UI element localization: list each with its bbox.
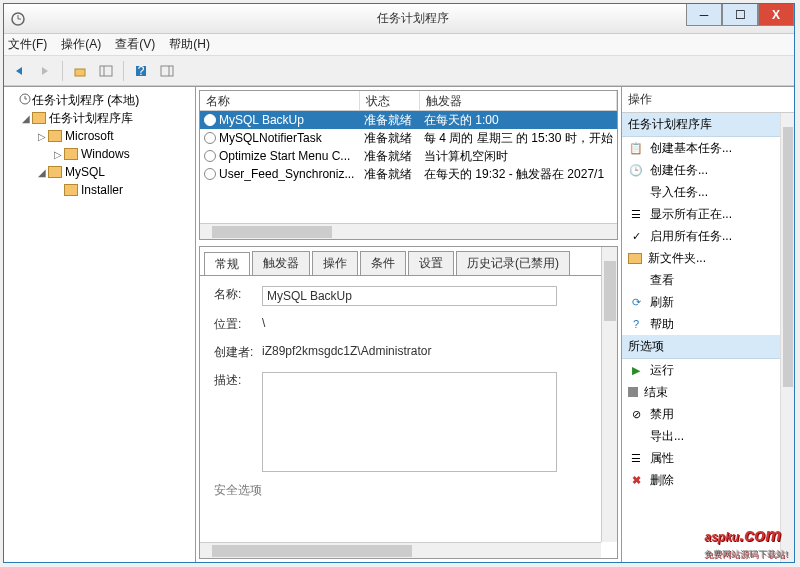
action-enable-all[interactable]: ✓启用所有任务... xyxy=(622,225,794,247)
menu-file[interactable]: 文件(F) xyxy=(8,36,47,53)
col-status[interactable]: 状态 xyxy=(360,91,420,110)
actions-section-selected[interactable]: 所选项 ▲ xyxy=(622,335,794,359)
actions-pane: 操作 任务计划程序库 ▲ 📋创建基本任务... 🕒创建任务... 导入任务...… xyxy=(622,87,794,562)
vertical-scrollbar[interactable] xyxy=(780,113,794,562)
field-desc[interactable] xyxy=(262,372,557,472)
horizontal-scrollbar[interactable] xyxy=(200,223,617,239)
detail-tabs: 常规 触发器 操作 条件 设置 历史记录(已禁用) xyxy=(200,247,617,275)
folder-icon xyxy=(48,166,62,178)
clock-icon xyxy=(204,168,216,180)
svg-rect-4 xyxy=(100,66,112,76)
action-refresh[interactable]: ⟳刷新 xyxy=(622,291,794,313)
col-name[interactable]: 名称 xyxy=(200,91,360,110)
action-properties[interactable]: ☰属性 xyxy=(622,447,794,469)
delete-icon: ✖ xyxy=(628,472,644,488)
task-icon: 📋 xyxy=(628,140,644,156)
menu-help[interactable]: 帮助(H) xyxy=(169,36,210,53)
panel-button[interactable] xyxy=(95,60,117,82)
run-icon: ▶ xyxy=(628,362,644,378)
folder-icon xyxy=(64,184,78,196)
field-name[interactable]: MySQL BackUp xyxy=(262,286,557,306)
action-new-folder[interactable]: 新文件夹... xyxy=(622,247,794,269)
tab-history[interactable]: 历史记录(已禁用) xyxy=(456,251,570,275)
stop-icon xyxy=(628,387,638,397)
import-icon xyxy=(628,184,644,200)
action-create-basic[interactable]: 📋创建基本任务... xyxy=(622,137,794,159)
actions-section-library[interactable]: 任务计划程序库 ▲ xyxy=(622,113,794,137)
svg-rect-8 xyxy=(161,66,173,76)
tab-conditions[interactable]: 条件 xyxy=(360,251,406,275)
action-delete[interactable]: ✖删除 xyxy=(622,469,794,491)
task-row[interactable]: MySQLNotifierTask 准备就绪 每 4 周的 星期三 的 15:3… xyxy=(200,129,617,147)
action-disable[interactable]: ⊘禁用 xyxy=(622,403,794,425)
vertical-scrollbar[interactable] xyxy=(601,247,617,542)
scroll-thumb[interactable] xyxy=(212,226,332,238)
clock-icon xyxy=(204,114,216,126)
tab-actions[interactable]: 操作 xyxy=(312,251,358,275)
tree-label: Installer xyxy=(81,183,123,197)
scroll-thumb[interactable] xyxy=(604,261,616,321)
action-create-task[interactable]: 🕒创建任务... xyxy=(622,159,794,181)
col-trigger[interactable]: 触发器 xyxy=(420,91,617,110)
task-list: 名称 状态 触发器 MySQL BackUp 准备就绪 在每天的 1:00 My… xyxy=(199,90,618,240)
tree-label: Microsoft xyxy=(65,129,114,143)
tab-general[interactable]: 常规 xyxy=(204,252,250,276)
action-show-running[interactable]: ☰显示所有正在... xyxy=(622,203,794,225)
tree-root[interactable]: 任务计划程序 (本地) xyxy=(6,91,193,109)
panel2-button[interactable] xyxy=(156,60,178,82)
task-row[interactable]: Optimize Start Menu C... 准备就绪 当计算机空闲时 xyxy=(200,147,617,165)
label-name: 名称: xyxy=(214,286,262,303)
task-icon: 🕒 xyxy=(628,162,644,178)
help-button[interactable]: ? xyxy=(130,60,152,82)
tree-microsoft[interactable]: ▷ Microsoft xyxy=(6,127,193,145)
tree-windows[interactable]: ▷ Windows xyxy=(6,145,193,163)
expand-icon[interactable]: ▷ xyxy=(36,131,48,142)
folder-icon xyxy=(48,130,62,142)
label-security: 安全选项 xyxy=(214,482,262,499)
folder-icon xyxy=(64,148,78,160)
center-pane: 名称 状态 触发器 MySQL BackUp 准备就绪 在每天的 1:00 My… xyxy=(196,87,622,562)
folder-icon xyxy=(628,253,642,264)
tree-library[interactable]: ◢ 任务计划程序库 xyxy=(6,109,193,127)
tree-installer[interactable]: Installer xyxy=(6,181,193,199)
separator xyxy=(62,61,63,81)
maximize-button[interactable]: ☐ xyxy=(722,4,758,26)
horizontal-scrollbar[interactable] xyxy=(200,542,601,558)
back-button[interactable] xyxy=(8,60,30,82)
app-window: 任务计划程序 ─ ☐ X 文件(F) 操作(A) 查看(V) 帮助(H) ? 任… xyxy=(3,3,795,563)
label-location: 位置: xyxy=(214,316,262,333)
action-import[interactable]: 导入任务... xyxy=(622,181,794,203)
task-row[interactable]: User_Feed_Synchroniz... 准备就绪 在每天的 19:32 … xyxy=(200,165,617,183)
svg-rect-3 xyxy=(75,69,85,76)
tab-settings[interactable]: 设置 xyxy=(408,251,454,275)
view-icon xyxy=(628,272,644,288)
action-export[interactable]: 导出... xyxy=(622,425,794,447)
tab-triggers[interactable]: 触发器 xyxy=(252,251,310,275)
enable-icon: ✓ xyxy=(628,228,644,244)
close-button[interactable]: X xyxy=(758,4,794,26)
expand-icon[interactable]: ▷ xyxy=(52,149,64,160)
scroll-thumb[interactable] xyxy=(212,545,412,557)
tree-mysql[interactable]: ◢ MySQL xyxy=(6,163,193,181)
actions-body: 任务计划程序库 ▲ 📋创建基本任务... 🕒创建任务... 导入任务... ☰显… xyxy=(622,113,794,562)
task-row[interactable]: MySQL BackUp 准备就绪 在每天的 1:00 xyxy=(200,111,617,129)
collapse-icon[interactable]: ◢ xyxy=(20,113,32,124)
action-help[interactable]: ?帮助 xyxy=(622,313,794,335)
forward-button[interactable] xyxy=(34,60,56,82)
scroll-thumb[interactable] xyxy=(783,127,793,387)
clock-icon xyxy=(204,132,216,144)
folder-icon xyxy=(32,112,46,124)
menu-action[interactable]: 操作(A) xyxy=(61,36,101,53)
tree-root-label: 任务计划程序 (本地) xyxy=(32,92,139,109)
running-icon: ☰ xyxy=(628,206,644,222)
field-location: \ xyxy=(262,316,557,334)
collapse-icon[interactable]: ◢ xyxy=(36,167,48,178)
menu-view[interactable]: 查看(V) xyxy=(115,36,155,53)
action-view[interactable]: 查看▶ xyxy=(622,269,794,291)
minimize-button[interactable]: ─ xyxy=(686,4,722,26)
label-author: 创建者: xyxy=(214,344,262,361)
up-button[interactable] xyxy=(69,60,91,82)
action-end[interactable]: 结束 xyxy=(622,381,794,403)
action-run[interactable]: ▶运行 xyxy=(622,359,794,381)
menubar: 文件(F) 操作(A) 查看(V) 帮助(H) xyxy=(4,34,794,56)
